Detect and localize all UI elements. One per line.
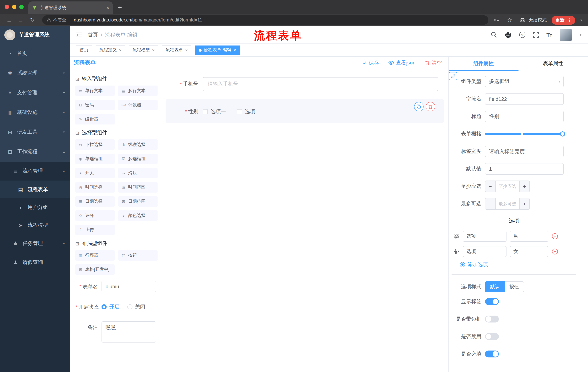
- reload-icon[interactable]: ↻: [28, 17, 37, 23]
- palette-item-color-picker[interactable]: ◕颜色选择: [118, 210, 158, 221]
- sidebar-item-system[interactable]: ✱ 系统管理 ▾: [0, 63, 70, 83]
- palette-item-radio-group[interactable]: ◉单选框组: [75, 154, 115, 164]
- tag-home[interactable]: 首页: [76, 45, 92, 55]
- canvas-field-gender-selected[interactable]: *性别 选项一 选项二: [166, 99, 444, 123]
- palette-item-cascader[interactable]: ⋔级联选择: [118, 139, 158, 150]
- sidebar-item-payment[interactable]: ¥ 支付管理 ▾: [0, 83, 70, 103]
- min-select-placeholder[interactable]: 至少应选: [496, 181, 519, 192]
- remove-option-button[interactable]: [552, 248, 558, 255]
- palette-item-button[interactable]: ▢按钮: [118, 250, 158, 261]
- palette-item-table[interactable]: ⊞表格[开发中]: [75, 264, 115, 275]
- bookmark-star-icon[interactable]: ☆: [505, 17, 514, 23]
- password-key-icon[interactable]: [494, 17, 500, 23]
- palette-item-rate[interactable]: ☆评分: [75, 210, 115, 221]
- forward-icon[interactable]: →: [16, 17, 25, 23]
- tab-form-props[interactable]: 表单属性: [518, 57, 588, 71]
- palette-item-password[interactable]: ⊟密码: [75, 100, 115, 110]
- default-value-input[interactable]: [485, 163, 564, 175]
- palette-item-counter[interactable]: 123计数器: [118, 100, 158, 110]
- add-option-button[interactable]: 添加选项: [449, 261, 581, 268]
- max-select-placeholder[interactable]: 最多可选: [496, 198, 519, 209]
- option-name-input[interactable]: [463, 231, 506, 242]
- tag-close-icon[interactable]: ×: [185, 47, 188, 53]
- canvas-field-phone[interactable]: *手机号 请输入手机号: [166, 74, 444, 95]
- palette-item-single-text[interactable]: ▭单行文本: [75, 85, 115, 96]
- tag-process-form-edit[interactable]: 流程表单-编辑 ×: [195, 45, 240, 55]
- palette-item-slider[interactable]: ⊸滑块: [118, 168, 158, 178]
- palette-item-time-range[interactable]: ◶时间范围: [118, 182, 158, 192]
- radio-enabled[interactable]: 开启: [102, 304, 119, 310]
- minimize-window-button[interactable]: [12, 5, 16, 9]
- phone-input[interactable]: 请输入手机号: [203, 77, 438, 91]
- chrome-chevron-icon[interactable]: ▾: [580, 18, 582, 22]
- search-icon[interactable]: [491, 32, 497, 38]
- option-name-input[interactable]: [463, 246, 506, 257]
- sidebar-item-user-group[interactable]: ◖ 用户分组: [0, 198, 70, 216]
- sidebar-item-infrastructure[interactable]: ▥ 基础设施 ▾: [0, 103, 70, 122]
- tab-component-props[interactable]: 组件属性: [449, 57, 518, 71]
- gender-option-2[interactable]: 选项二: [237, 108, 260, 115]
- form-name-input[interactable]: [102, 281, 156, 292]
- option-drag-handle[interactable]: [454, 233, 460, 239]
- palette-item-checkbox-group[interactable]: ☑多选框组: [118, 154, 158, 164]
- label-width-input[interactable]: [485, 146, 564, 157]
- tag-process-form[interactable]: 流程表单 ×: [162, 45, 191, 55]
- show-label-toggle[interactable]: [485, 298, 499, 305]
- sidebar-item-process-form[interactable]: ▤ 流程表单: [0, 181, 70, 198]
- back-icon[interactable]: ←: [4, 17, 14, 23]
- fullscreen-icon[interactable]: [533, 32, 539, 38]
- sidebar-item-workflow[interactable]: ⊟ 工作流程 ▴: [0, 142, 70, 162]
- palette-item-editor[interactable]: ✎编辑器: [75, 114, 115, 125]
- decrease-button[interactable]: −: [485, 198, 496, 209]
- palette-item-upload[interactable]: ⇧上传: [75, 224, 115, 235]
- palette-item-time-picker[interactable]: ◷时间选择: [75, 182, 115, 192]
- style-default-button[interactable]: 默认: [485, 281, 505, 292]
- form-remark-textarea[interactable]: 嘿嘿: [102, 321, 156, 342]
- checkbox-icon[interactable]: [237, 109, 242, 114]
- delete-component-button[interactable]: [426, 102, 435, 111]
- sidebar-item-task-management[interactable]: ⋔ 任务管理 ▾: [0, 234, 70, 253]
- sidebar-item-devtools[interactable]: ⊞ 研发工具 ▾: [0, 122, 70, 142]
- duplicate-component-button[interactable]: [414, 102, 423, 111]
- sidebar-item-process-model[interactable]: ➤ 流程模型: [0, 216, 70, 234]
- field-name-input[interactable]: [485, 93, 564, 105]
- tag-close-icon[interactable]: ×: [152, 47, 155, 53]
- tag-close-icon[interactable]: ×: [119, 47, 122, 53]
- palette-item-select[interactable]: ⊙下拉选择: [75, 139, 115, 150]
- border-toggle[interactable]: [485, 316, 499, 322]
- required-toggle[interactable]: [485, 351, 499, 357]
- address-bar[interactable]: 不安全 dashboard.yudao.iocoder.cn /bpm/mana…: [42, 15, 488, 25]
- tab-close-icon[interactable]: ×: [106, 5, 109, 10]
- grid-slider[interactable]: [485, 128, 564, 140]
- radio-disabled[interactable]: 关闭: [127, 304, 145, 310]
- new-tab-button[interactable]: +: [113, 4, 127, 14]
- palette-item-textarea[interactable]: ▤多行文本: [118, 85, 158, 96]
- avatar-chevron-icon[interactable]: ▾: [580, 33, 581, 37]
- sidebar-item-process-management[interactable]: ≣ 流程管理 ▴: [0, 162, 70, 181]
- gender-option-1[interactable]: 选项一: [203, 108, 226, 115]
- avatar[interactable]: [560, 29, 572, 41]
- option-drag-handle[interactable]: [454, 249, 460, 255]
- slider-handle[interactable]: [560, 131, 565, 137]
- view-json-button[interactable]: 查看json: [388, 60, 416, 66]
- style-button-button[interactable]: 按钮: [505, 281, 524, 292]
- checkbox-icon[interactable]: [203, 109, 208, 114]
- option-value-input[interactable]: [510, 246, 548, 257]
- title-input[interactable]: [485, 111, 564, 122]
- update-button[interactable]: 更新 ⋮: [552, 15, 575, 25]
- zoom-window-button[interactable]: [19, 5, 24, 9]
- component-type-select[interactable]: 多选框组 ▾: [485, 76, 564, 87]
- palette-item-date-picker[interactable]: ▦日期选择: [75, 196, 115, 207]
- palette-item-row-container[interactable]: ▥行容器: [75, 250, 115, 261]
- sidebar-item-home[interactable]: ◔ 首页: [0, 44, 70, 63]
- increase-button[interactable]: +: [519, 198, 529, 209]
- browser-tab[interactable]: 芋道管理系统 ×: [28, 1, 113, 14]
- browser-menu-dots-icon[interactable]: ⋮: [567, 17, 572, 23]
- decrease-button[interactable]: −: [485, 181, 496, 192]
- github-icon[interactable]: [504, 32, 511, 38]
- disabled-toggle[interactable]: [485, 333, 499, 340]
- tag-process-model[interactable]: 流程模型 ×: [129, 45, 158, 55]
- collapse-sidebar-button[interactable]: [70, 32, 88, 38]
- breadcrumb-home[interactable]: 首页: [88, 32, 98, 38]
- close-window-button[interactable]: [5, 5, 9, 9]
